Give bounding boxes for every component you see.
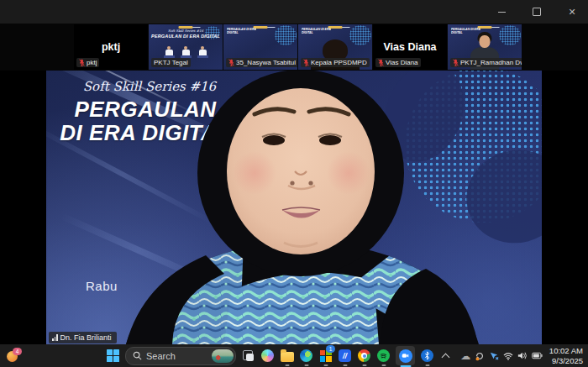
pen-input-tray-button[interactable] (489, 349, 500, 362)
speaker-icon (517, 351, 528, 360)
participant-tile-pktj-tegal[interactable]: Soft Skill Series #16 PERGAULAN DI ERA D… (149, 24, 223, 70)
participant-name-chip: PKTJ Tegal (151, 58, 191, 67)
edge-button[interactable] (299, 349, 313, 363)
mini-slide-title: PERGAULAN DI ERA DIGITAL (149, 34, 223, 39)
widgets-button[interactable]: 4 (7, 348, 25, 364)
participant-name-label: 35_Nasywa Tsabitul N.. (236, 59, 297, 66)
presenter-figure (198, 46, 207, 58)
globe-dots-icon (349, 25, 371, 45)
active-speaker-video[interactable]: Soft Skill Series #16 PERGAULAN DI ERA D… (46, 71, 542, 344)
sync-tray-button[interactable] (475, 349, 486, 362)
window-titlebar: ✕ (0, 0, 588, 24)
speaker-name-label: Dn. Fia Brilianti (60, 333, 112, 342)
mini-slide-title: PERGAULAN DI ERA DIGITAL (227, 28, 256, 34)
mini-slide-title: PERGAULAN DI ERA DIGITAL (451, 28, 480, 34)
widgets-notification-badge: 4 (13, 348, 22, 355)
file-explorer-button[interactable] (280, 349, 294, 363)
windows-start-icon (107, 349, 120, 363)
globe-dots-icon (499, 25, 521, 45)
onedrive-tray-button[interactable]: ☁ (460, 349, 471, 362)
muted-mic-icon (378, 59, 384, 66)
bluetooth-app-button[interactable] (420, 349, 434, 363)
search-highlight-image (212, 349, 234, 363)
participant-tile-pktj[interactable]: pktj pktj (74, 24, 148, 70)
participant-name-chip: PKTJ_Ramadhan Dwi P.. (450, 58, 522, 67)
folder-icon (281, 352, 294, 362)
task-view-icon (246, 354, 254, 361)
close-button[interactable]: ✕ (563, 3, 581, 20)
zoom-app-button[interactable] (396, 346, 415, 365)
running-indicator (304, 364, 308, 366)
participant-name-chip: pktj (76, 58, 99, 67)
zoom-icon (399, 349, 412, 363)
copilot-icon (261, 349, 274, 362)
chrome-button[interactable] (357, 349, 371, 363)
restore-button[interactable] (528, 3, 546, 20)
mini-slide-title: PERGAULAN DI ERA DIGITAL (302, 28, 331, 34)
close-icon: ✕ (568, 7, 575, 18)
cloud-icon: ☁ (460, 351, 470, 361)
presenter-figure (181, 46, 191, 58)
tray-date: 9/3/2025 (549, 356, 583, 366)
muted-mic-icon (79, 59, 85, 66)
bluetooth-icon (421, 349, 433, 362)
participant-tile-nasywa[interactable]: PERGAULAN DI ERA DIGITAL 35_Nasywa Tsabi… (223, 24, 297, 70)
search-icon (133, 351, 142, 360)
window-controls: ✕ (492, 0, 581, 24)
blue-slashes-app-icon: // (339, 349, 351, 362)
sync-icon (475, 351, 485, 361)
tray-time: 10:02 AM (549, 346, 583, 356)
chrome-icon (358, 349, 370, 362)
task-view-button[interactable] (241, 349, 255, 363)
pen-input-icon (489, 351, 500, 361)
participant-tile-ramadhan[interactable]: PERGAULAN DI ERA DIGITAL PKTJ_Ramadhan D… (448, 24, 522, 70)
running-indicator (381, 364, 386, 366)
taskbar-search[interactable]: Search (125, 347, 236, 365)
participant-name-label: PKTJ_Ramadhan Dwi P.. (460, 59, 522, 66)
blue-slashes-app-button[interactable]: // (338, 349, 352, 363)
start-button[interactable] (106, 349, 120, 363)
minimize-button[interactable] (492, 3, 511, 20)
windows-taskbar: 4 Search (0, 344, 588, 367)
volume-tray-button[interactable] (517, 349, 528, 362)
muted-mic-icon (228, 59, 234, 66)
speaker-figure (46, 71, 542, 344)
participant-name-label: Kepala PPSDMPD (311, 59, 367, 66)
minimize-icon (498, 12, 506, 13)
tray-overflow-chevron-icon[interactable] (440, 350, 452, 362)
restore-icon (533, 8, 541, 16)
participant-tile-kepala[interactable]: PERGAULAN DI ERA DIGITAL Kepala PPSDMPD (298, 24, 372, 70)
running-indicator (285, 364, 289, 366)
participant-portrait-face (480, 35, 491, 48)
main-stage: Soft Skill Series #16 PERGAULAN DI ERA D… (0, 71, 588, 344)
search-label: Search (146, 351, 207, 361)
copilot-button[interactable] (260, 349, 275, 363)
mini-slide-script-line: Soft Skill Series #16 (149, 29, 223, 33)
participant-name-label: Vias Diana (386, 59, 418, 66)
muted-mic-icon (453, 59, 459, 66)
running-indicator (362, 364, 366, 366)
participant-name-label: PKTJ Tegal (154, 59, 188, 66)
battery-icon (532, 352, 543, 359)
speaker-name-chip: Dn. Fia Brilianti (49, 332, 117, 343)
presenter-figure (165, 46, 174, 58)
participant-tile-vias-diana[interactable]: Vias Diana Vias Diana (373, 24, 447, 70)
tray-clock[interactable]: 10:02 AM 9/3/2025 (549, 346, 583, 366)
zoom-meeting-window: ✕ pktj pktj Soft Ski (0, 0, 588, 367)
participant-name-label: pktj (87, 59, 97, 66)
spotify-button[interactable] (376, 349, 391, 363)
globe-dots-icon (275, 25, 297, 45)
participant-name-chip: Vias Diana (375, 58, 421, 67)
mini-presenters (149, 46, 223, 58)
wifi-tray-button[interactable] (503, 349, 514, 362)
store-notification-badge: 1 (326, 345, 335, 353)
muted-mic-icon (303, 59, 309, 66)
battery-tray-button[interactable] (532, 349, 543, 362)
thumbnail-row: pktj pktj Soft Skill Series #16 PERGAULA… (74, 24, 522, 70)
running-indicator (343, 364, 347, 366)
microsoft-store-button[interactable]: 1 (318, 349, 333, 363)
participant-name-chip: 35_Nasywa Tsabitul N.. (226, 58, 297, 67)
wifi-icon (503, 352, 513, 360)
taskbar-center-group: Search 1 (106, 344, 434, 367)
running-indicator (425, 364, 429, 366)
